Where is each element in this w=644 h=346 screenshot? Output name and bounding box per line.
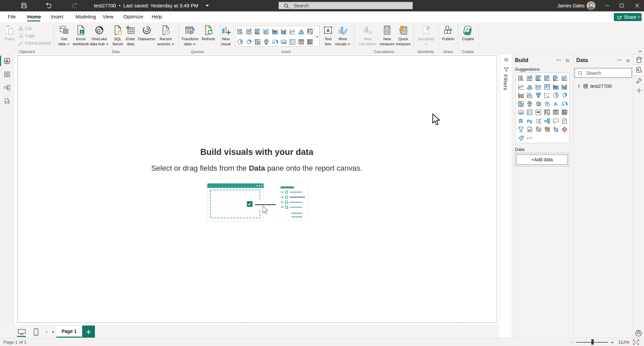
svg-text:DAX: DAX [5, 101, 9, 103]
